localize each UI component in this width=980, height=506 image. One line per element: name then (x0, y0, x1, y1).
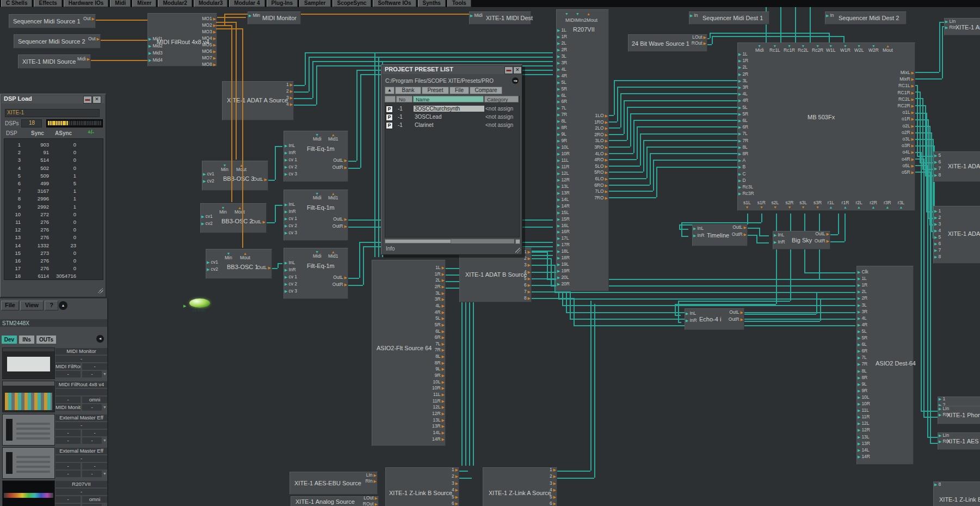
port-lin[interactable]: ▶LIn (945, 19, 956, 24)
port-1l[interactable]: ▶1L (557, 28, 566, 33)
port-6l[interactable]: ▶6L (435, 329, 445, 334)
port-14l[interactable]: ▶14L (557, 197, 569, 202)
port-19r[interactable]: ▶19R (557, 269, 570, 273)
device-row[interactable]: External Master Eff-----▼ (56, 414, 107, 446)
port-1r[interactable]: ▶1R (435, 272, 445, 277)
port-inr[interactable]: ▶InR (285, 150, 296, 155)
port-w1l[interactable]: ▼W1L (826, 44, 835, 53)
port-mo5[interactable]: ▶MO5 (202, 42, 216, 47)
module-ans[interactable]: XITE-1 Analog Source▶LOut▶ROut (291, 496, 379, 506)
port-1lo[interactable]: ▶1LO (595, 113, 608, 118)
dsp-row[interactable]: 19030 (4, 142, 103, 149)
dsp-row[interactable]: 55091 (4, 173, 103, 180)
device-field[interactable]: MIDI Monitor (56, 404, 81, 411)
port-s1r[interactable]: s1R▼ (757, 200, 766, 209)
port-2l[interactable]: ▶2L (435, 278, 445, 283)
dsp-row[interactable]: 829961 (4, 196, 103, 203)
port-18l[interactable]: ▶18L (557, 249, 569, 254)
port-1l[interactable]: ▶1L (435, 265, 445, 270)
port-mout[interactable]: ▲Mout (240, 252, 250, 260)
port-6l[interactable]: ▶6L (557, 93, 566, 98)
port-inl[interactable]: ▶InL (686, 311, 696, 316)
minimize-icon[interactable]: ▬ (504, 66, 513, 74)
port-8[interactable]: ▶8 (524, 296, 531, 301)
port-b[interactable]: ▶B (738, 164, 745, 169)
port-8l[interactable]: ▶8L (738, 145, 748, 150)
dsp-row[interactable]: 162760 (4, 258, 103, 265)
port-s3l[interactable]: s3L▼ (799, 200, 807, 209)
port-11r[interactable]: ▶11R (433, 399, 445, 404)
port-8l[interactable]: ▶8L (557, 119, 566, 124)
port-o4l[interactable]: ▶o4L (902, 150, 914, 155)
port-2r[interactable]: ▶2R (435, 284, 445, 289)
port-rc1l[interactable]: ▶RC1L (898, 83, 914, 88)
port-rc1r[interactable]: ▼Rc1R (784, 44, 795, 53)
port-6l[interactable]: ▶6L (858, 342, 867, 347)
module-mb[interactable]: MB 503Fx▶1L▶1R▶2L▶2R▶3L▶3R▶4L▶4R▶5L▶5R▶6… (737, 42, 915, 211)
device-field[interactable]: - (82, 363, 107, 370)
port-s1l[interactable]: s1L▼ (743, 200, 751, 209)
port-mo7[interactable]: ▶MO7 (202, 56, 216, 60)
port-w2r[interactable]: ▼W2R (868, 44, 879, 53)
resize-grip-icon[interactable] (515, 248, 521, 253)
dsp-row[interactable]: 35140 (4, 157, 103, 164)
device-field[interactable] (56, 389, 107, 395)
port-1l[interactable]: ▶1L (738, 52, 748, 57)
port-1[interactable]: ▶1 (452, 467, 458, 472)
port-10r[interactable]: ▶10R (557, 151, 570, 156)
port-6r[interactable]: ▶6R (557, 99, 567, 104)
col-name[interactable]: Name (413, 96, 484, 102)
port-5[interactable]: ▶5 (452, 495, 458, 499)
dropdown-arrow-icon[interactable]: ▼ (103, 372, 107, 376)
port-6r[interactable]: ▶6R (738, 125, 748, 130)
port-1l[interactable]: ▶1L (858, 276, 867, 281)
device-name[interactable]: MIDI Monitor (56, 348, 107, 355)
port-6l[interactable]: ▶6L (738, 118, 748, 123)
port-1r[interactable]: ▶1R (557, 34, 567, 39)
port-o3r[interactable]: ▶o3R (902, 143, 914, 148)
dsp-row[interactable]: 14133223 (4, 242, 103, 250)
port-20l[interactable]: ▶20L (557, 275, 569, 280)
port-r2l[interactable]: r2L▲ (855, 200, 862, 209)
port-5l[interactable]: ▶5L (435, 316, 445, 321)
port-17r[interactable]: ▶17R (557, 242, 570, 247)
port-9l[interactable]: ▶9L (435, 367, 445, 371)
port-4lo[interactable]: ▶4LO (595, 151, 608, 156)
dropdown-arrow-icon[interactable]: ▼ (103, 438, 107, 442)
port-3l[interactable]: ▶3L (858, 303, 867, 308)
port-mo2[interactable]: ▶MO2 (202, 23, 216, 28)
port-mid4[interactable]: ▶Mid4 (149, 58, 163, 63)
port-rc2r[interactable]: ▶RC2R (897, 103, 914, 108)
port-out[interactable]: ▶Out (88, 36, 100, 41)
port-rc1r[interactable]: ▶RC1R (897, 90, 914, 95)
port-cv3[interactable]: ▶cv 3 (285, 230, 297, 235)
port-3lo[interactable]: ▶3LO (595, 138, 608, 143)
dsp-row[interactable]: 102720 (4, 211, 103, 219)
port-6ro[interactable]: ▶6RO (594, 183, 608, 188)
port-3r[interactable]: ▶3R (738, 85, 748, 90)
port-o2l[interactable]: ▶o2L (902, 124, 914, 129)
port-13l[interactable]: ▶13L (433, 418, 445, 423)
device-row[interactable]: External Master Eff-----▼ (56, 447, 107, 479)
port-cv3[interactable]: ▶cv 3 (285, 172, 297, 176)
port-outl[interactable]: ▶OutL (333, 217, 347, 222)
port-o1l[interactable]: ▶o1L (902, 110, 914, 115)
port-9r[interactable]: ▶9R (858, 388, 867, 393)
port-rout[interactable]: ▶ROut (363, 502, 378, 506)
port-2l[interactable]: ▶2L (738, 65, 748, 70)
preset-name[interactable]: Clarinet (414, 122, 484, 128)
port-17l[interactable]: ▶17L (557, 236, 569, 241)
help-menu-button[interactable]: ? (45, 301, 58, 310)
port-12l[interactable]: ▶12L (858, 421, 870, 426)
menu-item-modular-4[interactable]: Modular 4 (229, 0, 264, 7)
port-inr[interactable]: ▶InR (285, 209, 296, 214)
port-o3l[interactable]: ▶o3L (902, 137, 914, 142)
port-4[interactable]: ▶4 (934, 228, 941, 233)
device-row[interactable]: MIDI Monitor-MIDI FilRout---▼ (56, 348, 107, 379)
port-1ro[interactable]: ▶1RO (594, 120, 608, 125)
port-5[interactable]: ▶5 (524, 276, 531, 281)
device-thumbnail[interactable] (2, 348, 55, 379)
port-1[interactable]: ▶1 (939, 397, 945, 401)
port-16l[interactable]: ▶16L (557, 223, 569, 228)
port-8r[interactable]: ▶8R (858, 375, 867, 380)
